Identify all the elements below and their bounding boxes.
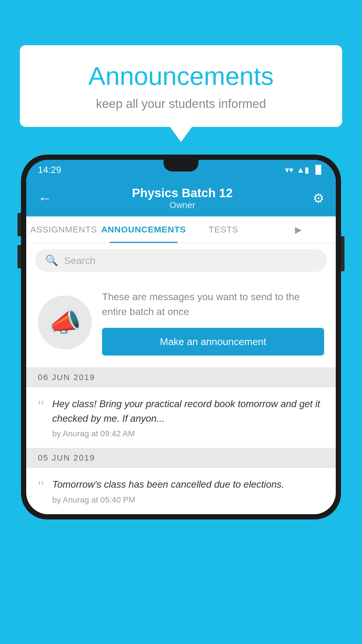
announcement-content-1: Hey class! Bring your practical record b… xyxy=(52,397,324,438)
announcement-item-1[interactable]: " Hey class! Bring your practical record… xyxy=(26,387,336,448)
phone-outer: 14:29 ▾▾ ▲▮ ▐▌ ← Physics Batch 12 Owner … xyxy=(21,155,341,519)
tab-assignments[interactable]: ASSIGNMENTS xyxy=(26,216,101,243)
announcement-item-2[interactable]: " Tomorrow's class has been cancelled du… xyxy=(26,468,336,514)
announcement-meta-1: by Anurag at 09:42 AM xyxy=(52,429,324,438)
tab-tests[interactable]: TESTS xyxy=(186,216,261,243)
quote-icon-2: " xyxy=(38,479,44,496)
megaphone-circle: 📣 xyxy=(38,295,92,349)
speech-bubble-container: Announcements keep all your students inf… xyxy=(20,45,342,127)
settings-button[interactable]: ⚙ xyxy=(313,191,324,206)
search-bar[interactable]: 🔍 Search xyxy=(35,249,327,272)
search-container: 🔍 Search xyxy=(26,243,336,278)
announcement-text-1: Hey class! Bring your practical record b… xyxy=(52,397,324,426)
notch xyxy=(164,160,198,172)
battery-icon: ▐▌ xyxy=(312,165,324,174)
tab-announcements[interactable]: ANNOUNCEMENTS xyxy=(101,216,186,243)
speech-bubble-subtitle: keep all your students informed xyxy=(37,97,325,111)
status-time: 14:29 xyxy=(38,164,61,175)
app-header: ← Physics Batch 12 Owner ⚙ xyxy=(26,180,336,216)
date-separator-1: 06 JUN 2019 xyxy=(26,368,336,387)
prompt-description: These are messages you want to send to t… xyxy=(102,289,324,319)
speech-bubble-title: Announcements xyxy=(37,61,325,91)
phone-mockup: 14:29 ▾▾ ▲▮ ▐▌ ← Physics Batch 12 Owner … xyxy=(21,155,341,519)
announcement-text-2: Tomorrow's class has been cancelled due … xyxy=(52,477,324,492)
announcement-prompt: 📣 These are messages you want to send to… xyxy=(26,278,336,368)
phone-screen: 14:29 ▾▾ ▲▮ ▐▌ ← Physics Batch 12 Owner … xyxy=(26,160,336,514)
status-bar: 14:29 ▾▾ ▲▮ ▐▌ xyxy=(26,160,336,180)
megaphone-icon: 📣 xyxy=(49,307,81,338)
back-button[interactable]: ← xyxy=(38,190,52,206)
status-icons: ▾▾ ▲▮ ▐▌ xyxy=(285,165,324,175)
header-title: Physics Batch 12 xyxy=(132,186,233,200)
announcement-content-2: Tomorrow's class has been cancelled due … xyxy=(52,477,324,505)
quote-icon: " xyxy=(38,398,44,416)
power-button xyxy=(341,236,345,271)
tab-more[interactable]: ▶ xyxy=(261,216,336,243)
volume-up-button xyxy=(17,213,21,236)
search-icon: 🔍 xyxy=(45,254,58,267)
speech-bubble: Announcements keep all your students inf… xyxy=(20,45,342,127)
signal-icon: ▲▮ xyxy=(297,165,309,175)
volume-down-button xyxy=(17,245,21,268)
header-subtitle: Owner xyxy=(132,200,233,210)
header-title-group: Physics Batch 12 Owner xyxy=(132,186,233,210)
prompt-right: These are messages you want to send to t… xyxy=(102,289,324,356)
search-placeholder: Search xyxy=(64,255,96,266)
date-separator-2: 05 JUN 2019 xyxy=(26,448,336,468)
tabs-container: ASSIGNMENTS ANNOUNCEMENTS TESTS ▶ xyxy=(26,216,336,243)
wifi-icon: ▾▾ xyxy=(285,165,293,175)
announcement-meta-2: by Anurag at 05:40 PM xyxy=(52,495,324,505)
content-area: 🔍 Search 📣 These are messages you want t… xyxy=(26,243,336,514)
make-announcement-button[interactable]: Make an announcement xyxy=(102,328,324,356)
